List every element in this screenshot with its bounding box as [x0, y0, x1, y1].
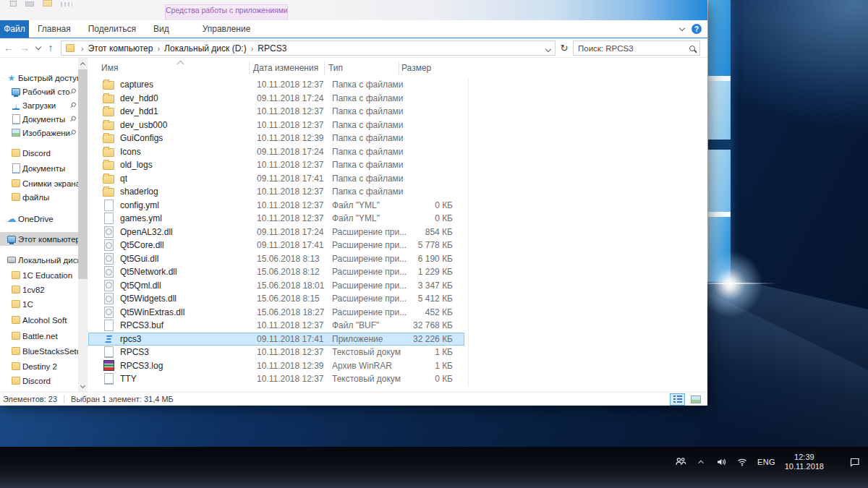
crumb-separator: ›	[81, 44, 84, 53]
file-row[interactable]: Qt5Qml.dll15.06.2018 18:01Расширение при…	[88, 279, 464, 293]
file-row[interactable]: dev_hdd009.11.2018 17:24Папка с файлами	[88, 92, 464, 106]
file-row[interactable]: Qt5WinExtras.dll15.06.2018 18:27Расширен…	[88, 306, 464, 320]
language-indicator[interactable]: ENG	[757, 458, 775, 466]
sidebar-item[interactable]: Этот компьютер	[0, 232, 78, 246]
forward-arrow-icon[interactable]: →	[17, 38, 32, 57]
details-view-button[interactable]	[670, 393, 685, 406]
breadcrumb-item[interactable]: Этот компьютер	[88, 43, 153, 53]
file-name: RPCS3.log	[114, 361, 257, 371]
file-date: 09.11.2018 17:24	[257, 227, 332, 237]
refresh-icon[interactable]: ↻	[557, 40, 571, 56]
sidebar-item[interactable]: Рабочий сто	[0, 85, 78, 98]
tab-file[interactable]: Файл	[0, 20, 29, 38]
search-icon[interactable]	[689, 46, 695, 51]
breadcrumb-item[interactable]: RPCS3	[258, 43, 286, 53]
sidebar-item[interactable]: BlueStacksSetup	[0, 344, 78, 358]
sidebar-item[interactable]: Документы	[0, 161, 78, 175]
sidebar-item[interactable]: OneDrive	[0, 212, 78, 226]
sidebar-item[interactable]: Локальный диск	[0, 253, 78, 267]
action-center-icon[interactable]	[848, 456, 861, 468]
folder-icon[interactable]	[43, 0, 52, 7]
column-header-name[interactable]: Имя	[101, 61, 250, 74]
column-header-type[interactable]: Тип	[325, 61, 399, 74]
cloud-icon	[7, 215, 16, 223]
breadcrumb[interactable]: ›Этот компьютер›Локальный диск (D:)›RPCS…	[61, 40, 556, 56]
breadcrumb-item[interactable]: Локальный диск (D:)	[164, 43, 247, 53]
recent-locations-chevron-icon[interactable]	[33, 38, 43, 57]
tab-manage[interactable]: Управление	[165, 20, 288, 38]
file-row[interactable]: qt09.11.2018 17:41Папка с файлами	[88, 172, 464, 186]
sidebar-item-label: Discord	[22, 149, 51, 158]
sidebar-item[interactable]: Загрузки	[0, 98, 78, 112]
file-row[interactable]: rpcs309.11.2018 17:41Приложение32 226 КБ	[88, 333, 464, 346]
qat-icon[interactable]	[25, 1, 34, 7]
up-arrow-icon[interactable]: ↑	[43, 38, 58, 57]
sidebar-item[interactable]: Быстрый доступ	[0, 71, 78, 85]
folder-icon	[12, 316, 20, 325]
file-row[interactable]: games.yml10.11.2018 12:37Файл "YML"0 КБ	[88, 212, 464, 226]
sidebar-item[interactable]: файлы	[0, 190, 78, 204]
sidebar-item[interactable]: 1C Education	[0, 268, 78, 282]
quick-access-toolbar[interactable]	[10, 0, 72, 7]
sidebar-item-label: Battle.net	[22, 332, 58, 341]
scroll-up-arrow-icon[interactable]	[78, 58, 88, 69]
network-wifi-icon[interactable]	[736, 456, 748, 468]
people-icon[interactable]	[675, 456, 686, 468]
sidebar-item[interactable]: Discord	[0, 146, 78, 160]
qat-icon[interactable]	[61, 2, 72, 7]
column-header-date[interactable]: Дата изменения	[250, 61, 325, 74]
file-name: GuiConfigs	[114, 133, 257, 143]
pic-icon	[12, 129, 20, 137]
minimize-ribbon-chevron-icon[interactable]	[679, 25, 685, 30]
sidebar-item[interactable]: Destiny 2	[0, 359, 78, 373]
file-row[interactable]: dev_hdd110.11.2018 12:37Папка с файлами	[88, 105, 464, 119]
file-row[interactable]: RPCS310.11.2018 12:37Текстовый докум1 КБ	[88, 346, 464, 359]
sidebar-item[interactable]: 1cv82	[0, 283, 78, 296]
sidebar-item[interactable]: Alcohol Soft	[0, 313, 78, 327]
scroll-down-arrow-icon[interactable]	[78, 381, 88, 392]
crumb-separator: ›	[157, 44, 160, 53]
file-row[interactable]: Qt5Core.dll09.11.2018 17:41Расширение пр…	[88, 239, 464, 252]
file-type: Расширение при...	[332, 281, 407, 291]
file-row[interactable]: OpenAL32.dll09.11.2018 17:24Расширение п…	[88, 226, 464, 239]
file-row[interactable]: TTY10.11.2018 12:37Текстовый докум0 КБ	[88, 372, 464, 386]
folder-file-icon	[103, 159, 114, 171]
file-row[interactable]: Icons09.11.2018 17:24Папка с файлами	[88, 145, 464, 159]
scrollbar-thumb[interactable]	[78, 69, 88, 279]
file-row[interactable]: Qt5Widgets.dll15.06.2018 8:15Расширение …	[88, 292, 464, 306]
sidebar-item-label: Загрузки	[22, 101, 56, 110]
sidebar-item[interactable]: 1C	[0, 297, 78, 311]
file-row[interactable]: old_logs10.11.2018 12:37Папка с файлами	[88, 158, 464, 172]
sidebar-item[interactable]: Снимки экрана	[0, 176, 78, 190]
file-row[interactable]: Qt5Network.dll15.06.2018 8:12Расширение …	[88, 265, 464, 279]
tray-expand-chevron-icon[interactable]	[696, 457, 706, 467]
file-row[interactable]: config.yml10.11.2018 12:37Файл "YML"0 КБ	[88, 199, 464, 213]
tab-share[interactable]: Поделиться	[80, 20, 145, 38]
sidebar-item[interactable]: Документы	[0, 112, 78, 126]
file-row[interactable]: GuiConfigs10.11.2018 12:39Папка с файлам…	[88, 132, 464, 145]
address-dropdown-chevron-icon[interactable]	[546, 43, 550, 53]
qat-icon[interactable]	[10, 1, 17, 7]
file-row[interactable]: Qt5Gui.dll15.06.2018 8:13Расширение при.…	[88, 252, 464, 266]
clock[interactable]: 12:39 10.11.2018	[785, 453, 824, 471]
sidebar-item[interactable]: Battle.net	[0, 329, 78, 343]
sidebar-item-label: 1cv82	[22, 286, 45, 294]
search-input[interactable]	[578, 44, 689, 53]
volume-icon[interactable]	[715, 456, 727, 468]
file-row[interactable]: shaderlog10.11.2018 12:37Папка с файлами	[88, 185, 464, 199]
file-row[interactable]: RPCS3.buf10.11.2018 12:37Файл "BUF"32 76…	[88, 319, 464, 333]
file-row[interactable]: RPCS3.log10.11.2018 12:39Архив WinRAR1 К…	[88, 359, 464, 373]
file-row[interactable]: captures10.11.2018 12:37Папка с файлами	[88, 78, 464, 92]
sidebar-item[interactable]: Изображени	[0, 126, 78, 140]
thumbnails-view-button[interactable]	[688, 393, 703, 406]
file-name: RPCS3.buf	[114, 320, 257, 330]
file-row[interactable]: dev_usb00010.11.2018 12:37Папка с файлам…	[88, 119, 464, 132]
help-icon[interactable]: ?	[692, 24, 702, 34]
back-arrow-icon[interactable]: ←	[1, 38, 16, 57]
sidebar-scrollbar[interactable]	[78, 58, 88, 392]
column-header-size[interactable]: Размер	[399, 61, 451, 74]
tab-home[interactable]: Главная	[29, 20, 80, 38]
sidebar-item[interactable]: Discord	[0, 374, 78, 388]
address-bar: ← → ↑ ›Этот компьютер›Локальный диск (D:…	[0, 38, 707, 58]
file-date: 15.06.2018 8:13	[257, 254, 332, 264]
